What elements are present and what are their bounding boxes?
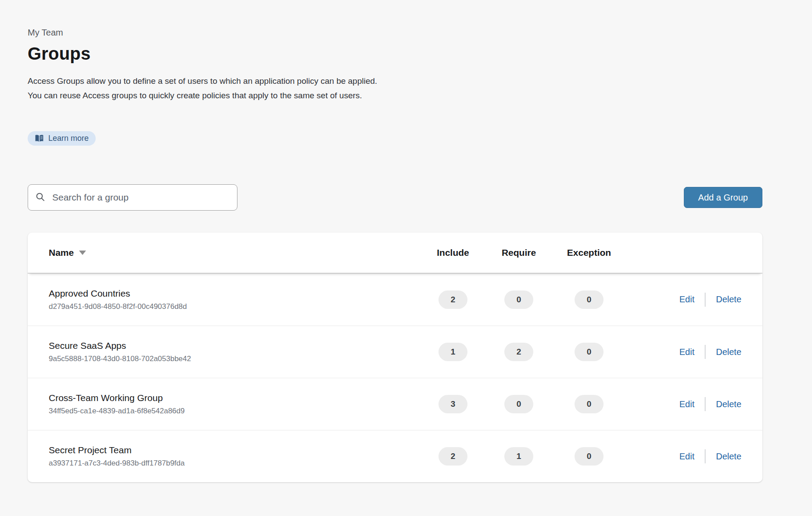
action-divider [705,397,705,411]
include-count-badge: 3 [438,395,467,413]
include-count-badge: 1 [438,343,467,361]
table-row: Secure SaaS Apps 9a5c5888-1708-43d0-8108… [28,326,762,378]
search-icon [35,192,45,204]
group-name: Approved Countries [49,288,420,299]
edit-link[interactable]: Edit [679,452,694,462]
action-divider [705,293,705,307]
require-count-badge: 1 [504,447,533,466]
exception-count-badge: 0 [575,343,604,361]
group-id: 34ff5ed5-ca1e-4839-ad1a-6f8e542a86d9 [49,407,420,416]
search-box [28,184,237,211]
include-count-badge: 2 [438,290,467,309]
exception-count-badge: 0 [575,447,604,466]
sort-descending-icon [79,251,86,255]
row-actions: Edit Delete [626,397,762,411]
learn-more-button[interactable]: Learn more [28,131,96,146]
group-name: Cross-Team Working Group [49,393,420,403]
learn-more-label: Learn more [48,134,89,143]
column-header-name[interactable]: Name [28,247,420,258]
group-id: d279a451-9d08-4850-8f2f-00c490376d8d [49,302,420,311]
group-name-cell: Secret Project Team a3937171-a7c3-4ded-9… [28,445,420,468]
page-description-line-1: Access Groups allow you to define a set … [28,77,812,86]
group-name-cell: Cross-Team Working Group 34ff5ed5-ca1e-4… [28,393,420,416]
edit-link[interactable]: Edit [679,294,694,305]
include-count-badge: 2 [438,447,467,466]
page-title: Groups [28,44,812,64]
action-divider [705,449,705,463]
row-actions: Edit Delete [626,345,762,359]
column-header-include: Include [420,247,486,258]
group-name: Secure SaaS Apps [49,340,420,351]
breadcrumb: My Team [28,28,812,38]
group-name-cell: Approved Countries d279a451-9d08-4850-8f… [28,288,420,311]
row-actions: Edit Delete [626,449,762,463]
group-name: Secret Project Team [49,445,420,455]
action-divider [705,345,705,359]
delete-link[interactable]: Delete [716,399,741,409]
group-id: a3937171-a7c3-4ded-983b-dff1787b9fda [49,459,420,468]
delete-link[interactable]: Delete [716,294,741,305]
require-count-badge: 0 [504,395,533,413]
delete-link[interactable]: Delete [716,452,741,462]
row-actions: Edit Delete [626,293,762,307]
column-header-exception: Exception [552,247,626,258]
edit-link[interactable]: Edit [679,399,694,409]
group-name-cell: Secure SaaS Apps 9a5c5888-1708-43d0-8108… [28,340,420,363]
table-header-row: Name Include Require Exception [28,233,762,273]
column-header-name-label: Name [49,247,74,258]
toolbar: Add a Group [28,184,762,211]
table-row: Secret Project Team a3937171-a7c3-4ded-9… [28,430,762,482]
table-row: Approved Countries d279a451-9d08-4850-8f… [28,273,762,326]
edit-link[interactable]: Edit [679,347,694,357]
table-row: Cross-Team Working Group 34ff5ed5-ca1e-4… [28,378,762,430]
page-description-line-2: You can reuse Access groups to quickly c… [28,91,812,100]
exception-count-badge: 0 [575,395,604,413]
book-icon [35,135,44,142]
group-id: 9a5c5888-1708-43d0-8108-702a053bbe42 [49,355,420,363]
add-group-button[interactable]: Add a Group [684,187,762,208]
groups-page: My Team Groups Access Groups allow you t… [0,0,812,482]
groups-table: Name Include Require Exception Approved … [28,233,762,482]
search-input[interactable] [52,192,230,203]
require-count-badge: 0 [504,290,533,309]
column-header-require: Require [486,247,552,258]
delete-link[interactable]: Delete [716,347,741,357]
require-count-badge: 2 [504,343,533,361]
exception-count-badge: 0 [575,290,604,309]
